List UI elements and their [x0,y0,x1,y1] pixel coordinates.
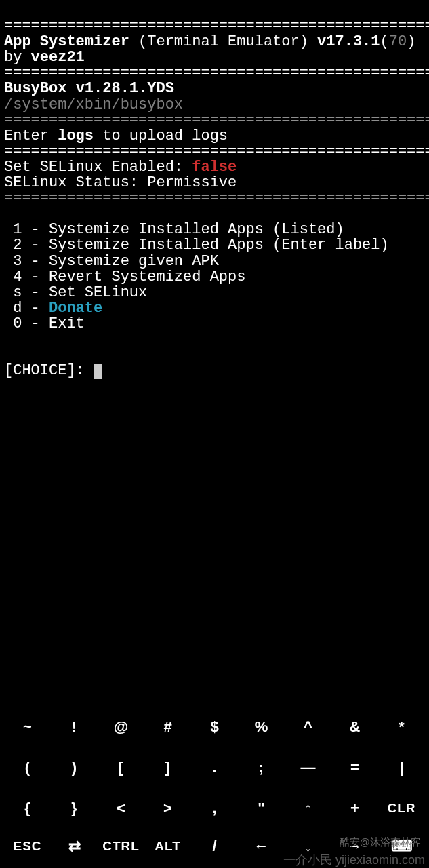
key-~[interactable]: ~ [4,719,51,734]
menu-list: 1 - Systemize Installed Apps (Listed) 2 … [4,222,425,332]
key->[interactable]: > [144,800,191,816]
menu-item-4[interactable]: s - Set SELinux [4,285,425,300]
key-$[interactable]: $ [191,719,238,734]
menu-item-1[interactable]: 2 - Systemize Installed Apps (Enter labe… [4,237,425,253]
key-%[interactable]: % [238,719,285,734]
key-=[interactable]: = [331,760,378,775]
key-↑[interactable]: ↑ [285,800,331,816]
choice-prompt[interactable]: [CHOICE]: [4,362,102,379]
terminal-output: ========================================… [0,0,429,701]
author-line: by veez21 [4,49,85,66]
divider: ========================================… [4,18,429,35]
key-)[interactable]: ) [51,760,98,775]
key-CTRL[interactable]: CTRL [98,840,144,853]
keyboard-row-4: ESC⇄CTRLALT/←↓→⌨ [4,829,425,864]
key-&[interactable]: & [331,719,378,734]
divider: ========================================… [4,112,429,129]
key-⌨[interactable]: ⌨ [378,838,425,854]
key-/[interactable]: / [191,838,238,854]
key-—[interactable]: — [285,760,331,775]
keyboard-row-3: {}<>,"↑+CLR [4,788,425,829]
selinux-set-line: Set SELinux Enabled: false [4,159,237,176]
key-→[interactable]: → [331,838,378,854]
key-@[interactable]: @ [98,719,144,734]
menu-item-0[interactable]: 1 - Systemize Installed Apps (Listed) [4,222,425,237]
menu-item-5[interactable]: d - Donate [4,300,425,316]
key-([interactable]: ( [4,760,51,775]
key-⇄[interactable]: ⇄ [51,838,98,854]
divider: ========================================… [4,143,429,160]
menu-item-3[interactable]: 4 - Revert Systemized Apps [4,269,425,285]
key-![interactable]: ! [51,719,98,734]
key-CLR[interactable]: CLR [378,802,425,815]
key-*[interactable]: * [378,719,425,734]
key-ESC[interactable]: ESC [4,840,51,853]
key-↓[interactable]: ↓ [285,838,331,854]
key-|[interactable]: | [378,760,425,775]
logs-hint: Enter logs to upload logs [4,127,228,144]
app-title-line: App Systemizer (Terminal Emulator) v17.3… [4,33,415,50]
selinux-status-line: SELinux Status: Permissive [4,174,237,191]
keyboard-row-2: ()[].;—=| [4,747,425,788]
key-][interactable]: ] [144,760,191,775]
key-.[interactable]: . [191,760,238,775]
key-<[interactable]: < [98,800,144,816]
key-[[interactable]: [ [98,760,144,775]
key-ALT[interactable]: ALT [144,840,191,853]
key-,[interactable]: , [191,800,238,816]
key-;[interactable]: ; [238,760,285,775]
key-^[interactable]: ^ [285,719,331,734]
key-{[interactable]: { [4,800,51,816]
key-+[interactable]: + [331,800,378,816]
divider: ========================================… [4,64,429,81]
keyboard-row-1: ~!@#$%^&* [4,707,425,747]
extra-keys-keyboard: ~!@#$%^&* ()[].;—=| {}<>,"↑+CLR ESC⇄CTRL… [0,701,429,868]
cursor [94,364,102,379]
menu-item-2[interactable]: 3 - Systemize given APK [4,254,425,269]
key-←[interactable]: ← [238,838,285,854]
key-"[interactable]: " [238,800,285,816]
key-}[interactable]: } [51,800,98,816]
menu-item-6[interactable]: 0 - Exit [4,316,425,332]
key-#[interactable]: # [144,719,191,734]
busybox-path: /system/xbin/busybox [4,96,183,113]
busybox-line: BusyBox v1.28.1.YDS [4,80,174,97]
divider: ========================================… [4,190,429,207]
